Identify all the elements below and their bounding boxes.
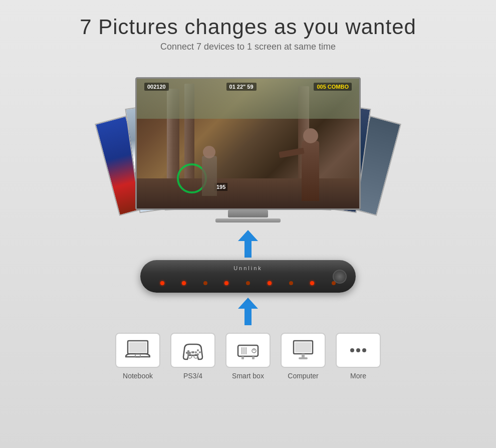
smart-box-icon [235,339,261,362]
svg-rect-6 [186,352,191,354]
enemy-silhouette [197,131,222,196]
computer-icon [291,339,316,362]
header-section: 7 Pictures changes as you wanted Connect… [80,0,416,57]
svg-rect-25 [299,357,308,359]
main-title: 7 Pictures changes as you wanted [80,15,416,39]
arrow-up-1 [238,230,258,258]
tv-base [215,218,281,222]
tv-screen: 002120 01 22" 59 005 COMBO 195 [135,77,361,210]
device-knob[interactable] [333,270,347,284]
svg-rect-14 [238,345,258,356]
notebook-icon [125,339,150,362]
device-dot-5 [246,281,250,285]
ps34-icon [180,339,205,362]
svg-point-8 [195,351,197,353]
game-combo: 005 COMBO [314,83,352,91]
svg-point-7 [197,349,199,351]
svg-rect-11 [191,351,194,353]
game-screenshot: 002120 01 22" 59 005 COMBO 195 [137,79,359,208]
game-hud: 002120 01 22" 59 005 COMBO [137,83,359,91]
character-silhouette [289,101,329,201]
device-dot-4 [224,281,228,285]
notebook-icon-box [115,333,160,368]
smart-box-icon-box [225,333,271,368]
ps34-label: PS3/4 [183,372,202,380]
ps34-icon-box [170,333,215,368]
computer-label: Computer [288,372,318,380]
notebook-label: Notebook [123,372,153,380]
device-card-smart-box: Smart box [225,333,271,380]
more-dots-icon [346,339,371,362]
page-container: 7 Pictures changes as you wanted Connect… [0,0,496,448]
tv-wrapper: 002120 01 22" 59 005 COMBO 195 [135,77,361,222]
svg-rect-23 [295,342,311,352]
svg-rect-20 [241,356,244,359]
device-dot-3 [203,281,207,285]
svg-marker-1 [238,298,258,325]
sub-title: Connect 7 devices to 1 screen at same ti… [80,42,416,52]
game-timer-left: 002120 [144,83,169,91]
device-dot-6 [268,281,272,285]
device-card-computer: Computer [281,333,326,380]
screens-container: 002120 01 22" 59 005 COMBO 195 [48,67,448,222]
device-dot-7 [289,281,293,285]
computer-icon-box [281,333,326,368]
svg-rect-3 [129,342,146,352]
device-dot-1 [160,281,164,285]
svg-rect-24 [302,354,305,357]
more-label: More [350,372,366,380]
hdmi-device-wrapper: Unnlink [140,260,356,293]
svg-point-26 [350,348,354,352]
device-brand-label: Unnlink [233,265,263,271]
device-dot-2 [182,281,186,285]
device-dots [160,281,336,285]
devices-row: Notebook [115,333,381,380]
hdmi-switch-device: Unnlink [140,260,356,293]
game-timer-center: 01 22" 59 [226,83,257,91]
device-card-notebook: Notebook [115,333,160,380]
device-dot-8 [310,281,314,285]
svg-point-27 [356,348,360,352]
device-card-more[interactable]: More [336,333,381,380]
svg-rect-21 [252,356,255,359]
svg-marker-0 [238,230,258,258]
svg-point-10 [199,351,201,353]
tv-stand [228,210,268,217]
device-card-ps34: PS3/4 [170,333,215,380]
smart-box-label: Smart box [232,372,264,380]
more-icon-box[interactable] [336,333,381,368]
svg-point-28 [362,348,366,352]
arrow-up-2 [238,298,258,325]
